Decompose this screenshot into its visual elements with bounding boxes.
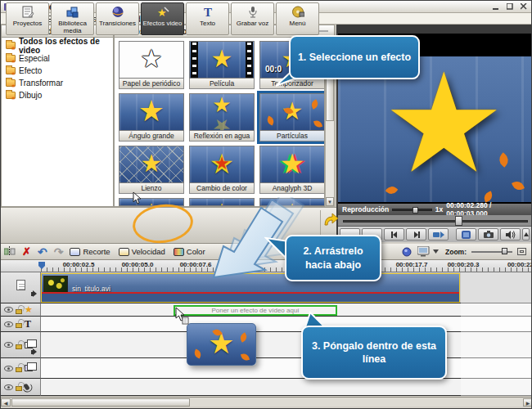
effect-tile-lienzo[interactable]: ★ Lienzo	[119, 146, 184, 194]
fit-timeline-icon[interactable]	[517, 248, 526, 255]
zoom-slider-handle[interactable]	[502, 248, 507, 254]
effect-tile-reflexion[interactable]: ★ ★ Reflexión en agua	[189, 93, 255, 142]
lock-icon[interactable]	[16, 323, 22, 328]
ruler-label: 00:00:20.3	[448, 261, 480, 268]
grabar-voz-button[interactable]: Grabar voz	[231, 2, 274, 35]
effect-label: Partículas	[259, 131, 325, 142]
trim-icon	[70, 248, 80, 256]
dragged-effect-tile[interactable]: ★	[187, 323, 256, 366]
visibility-icon[interactable]	[4, 384, 13, 390]
capture-icon[interactable]	[402, 246, 413, 257]
play-to-cursor-button[interactable]	[428, 228, 449, 240]
effect-tile-pelicula[interactable]: ★ Película	[189, 41, 255, 89]
media-library-icon	[66, 6, 79, 18]
lock-icon[interactable]	[16, 344, 22, 349]
star-icon: ★	[280, 150, 304, 178]
scroll-down-icon[interactable]: ▼	[326, 197, 334, 206]
minimize-icon[interactable]	[489, 2, 502, 11]
tree-item-label: Dibujo	[19, 91, 42, 100]
effect-tile-particulas[interactable]: ★ Partículas	[259, 93, 325, 142]
volume-button[interactable]	[500, 228, 521, 240]
zoom-slider[interactable]	[471, 251, 512, 253]
lock-icon[interactable]	[16, 386, 22, 391]
timeline-hscrollbar[interactable]: ◀ ▶	[1, 397, 532, 407]
texto-button[interactable]: T Texto	[186, 2, 229, 35]
color-icon	[174, 248, 184, 256]
tree-item-especial[interactable]: Especial	[2, 52, 113, 65]
seek-bar[interactable]	[338, 215, 532, 227]
menu-button[interactable]: Menú	[276, 2, 319, 35]
snapshot-button[interactable]	[478, 228, 498, 240]
maximize-icon[interactable]	[503, 2, 516, 11]
redo-button[interactable]: ↷	[54, 246, 64, 258]
overlay-mode-button[interactable]	[456, 228, 476, 240]
visibility-icon[interactable]	[4, 366, 13, 371]
text-track-header[interactable]: T	[1, 317, 41, 332]
chevron-down-icon[interactable]	[433, 249, 439, 254]
prev-frame-button[interactable]	[384, 228, 404, 240]
tree-item-efecto[interactable]: Efecto	[2, 65, 113, 77]
audio-mute-icon[interactable]	[31, 292, 34, 296]
tree-item-transformar[interactable]: Transformar	[2, 77, 113, 89]
scroll-right-icon[interactable]: ▶	[523, 398, 532, 407]
lock-icon[interactable]	[16, 367, 22, 372]
effect-thumbnail: ★	[119, 41, 184, 79]
close-icon[interactable]	[517, 2, 530, 11]
filmstrip-icon	[191, 42, 198, 78]
effect-label: Película	[189, 79, 255, 89]
tree-item-dibujo[interactable]: Dibujo	[2, 89, 113, 101]
transiciones-button[interactable]: Transiciones	[96, 2, 139, 35]
folder-icon	[6, 42, 16, 49]
effect-tile-cambio-color[interactable]: ★ ★ Cambio de color	[189, 146, 255, 194]
recorte-button[interactable]: Recorte	[70, 247, 118, 256]
effect-tile-anaglyph[interactable]: ★ Anaglyph 3D	[259, 146, 325, 194]
text-track-row[interactable]	[41, 317, 532, 332]
video-track-header[interactable]	[1, 272, 41, 303]
menu-track-header[interactable]	[1, 358, 41, 379]
seek-handle[interactable]	[455, 216, 462, 226]
expand-controls-button[interactable]	[522, 228, 530, 240]
star-reflection: ★	[212, 116, 231, 131]
biblioteca-media-button[interactable]: Biblioteca media	[51, 2, 94, 35]
audio-mute-icon[interactable]	[31, 350, 34, 354]
screen-mode-icon[interactable]	[417, 246, 431, 257]
overlay-track-header[interactable]	[1, 332, 41, 358]
overlay-track-icon	[25, 342, 33, 348]
callout-step1: 1. Seleccione un efecto	[289, 35, 420, 79]
disc-menu-icon	[291, 6, 304, 18]
proyectos-button[interactable]: Proyectos	[6, 2, 49, 35]
lock-icon[interactable]	[16, 309, 22, 314]
effect-label: Cambio de color	[189, 183, 255, 194]
velocidad-button[interactable]: Velocidad	[119, 247, 174, 256]
publish-button[interactable]	[322, 212, 339, 230]
next-frame-button[interactable]	[406, 228, 426, 240]
tree-item-todos[interactable]: Todos los efectos de video	[2, 39, 113, 52]
efectos-video-button[interactable]: ★ Efectos video	[141, 2, 184, 35]
folder-icon	[6, 79, 16, 87]
star-icon: ★	[141, 151, 163, 176]
speed-slider[interactable]	[392, 209, 432, 211]
effect-tile-papel[interactable]: ★ Papel de periódico	[119, 41, 184, 89]
undo-button[interactable]: ↶	[38, 246, 47, 258]
effect-tile-angulo[interactable]: ★ Ángulo grande	[119, 93, 184, 142]
visibility-icon[interactable]	[4, 321, 13, 327]
text-icon: T	[201, 6, 214, 18]
button-label: Grabar voz	[237, 20, 269, 27]
menu-track-row[interactable]	[41, 358, 532, 379]
tree-item-label: Efecto	[19, 66, 42, 75]
audio-track-row[interactable]	[41, 379, 532, 396]
hscroll-thumb[interactable]	[11, 398, 190, 407]
color-label: Color	[187, 247, 205, 256]
visibility-icon[interactable]	[4, 307, 13, 312]
button-label: Proyectos	[13, 20, 43, 27]
scroll-left-icon[interactable]: ◀	[1, 398, 11, 407]
audio-track-header[interactable]	[1, 379, 41, 396]
delete-button[interactable]: ✗	[22, 246, 31, 257]
overlay-track-row[interactable]	[41, 332, 532, 358]
playback-label: Reproducción	[342, 205, 389, 213]
speed-slider-handle[interactable]	[413, 207, 418, 213]
effects-track-header[interactable]: ★	[1, 303, 41, 317]
visibility-icon[interactable]	[4, 342, 13, 348]
split-clip-button[interactable]	[4, 246, 16, 258]
drag-cursor	[175, 307, 190, 325]
